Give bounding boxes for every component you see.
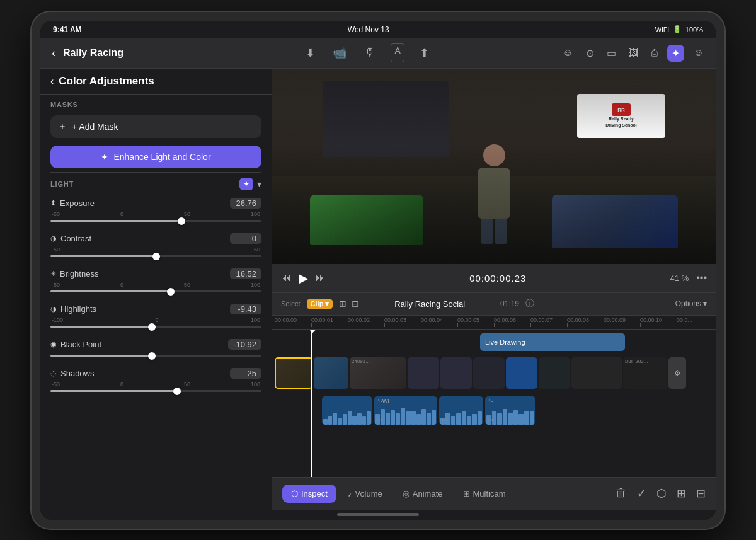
status-time: 9:41 AM	[53, 25, 82, 34]
brightness-row: ✳ Brightness 16.52 -50050100	[40, 263, 272, 299]
clip-label: Clip	[311, 300, 324, 307]
main-toolbar: ‹ Rally Racing ⬇ 📹 🎙 A ⬆ ☺ ⊙ ▭ 🖼 ⎙ ✦ ☺	[40, 38, 716, 69]
delete-button[interactable]: 🗑	[616, 486, 627, 500]
skip-forward-icon[interactable]: ⏭	[316, 272, 326, 284]
panel-back-button[interactable]: ‹	[50, 76, 54, 87]
tab-volume[interactable]: ♪ Volume	[339, 485, 391, 503]
tab-multicam[interactable]: ⊞ Multicam	[454, 485, 515, 503]
download-icon[interactable]: ⬇	[303, 43, 318, 62]
contrast-row: ◑ Contrast 0 -50050	[40, 228, 272, 263]
rect-icon[interactable]: ▭	[604, 45, 619, 61]
bottom-tabs: ⬡ Inspect ♪ Volume ◎ Animate ⊞	[282, 485, 515, 503]
checkmark-button[interactable]: ✓	[637, 486, 646, 500]
status-right: WiFi 🔋 100%	[655, 25, 703, 33]
title-clip[interactable]: Live Drawing	[480, 333, 625, 351]
shadows-value[interactable]: 25	[230, 368, 261, 379]
active-tool-icon[interactable]: ✦	[667, 45, 684, 62]
timeline-area[interactable]: Live Drawing	[272, 330, 716, 477]
inspect-label: Inspect	[301, 489, 328, 498]
audio-clip-4[interactable]: 1-...	[485, 396, 536, 425]
right-area: RR Rally ReadyDriving School ⏮ ▶ ⏭ 00:00…	[272, 69, 716, 510]
tab-inspect[interactable]: ⬡ Inspect	[282, 485, 336, 503]
home-bar[interactable]	[337, 513, 419, 516]
brightness-icon: ✳	[50, 270, 56, 278]
blackpoint-icon: ◉	[50, 340, 57, 348]
contrast-slider[interactable]	[50, 255, 261, 257]
frame-icon-2[interactable]: ⊟	[352, 299, 359, 309]
select-label: Select	[281, 300, 301, 307]
video-clip-6[interactable]	[473, 357, 505, 389]
zoom-level: 41 %	[670, 273, 689, 283]
camera-icon[interactable]: 📹	[330, 43, 349, 62]
share-icon[interactable]: ⬆	[417, 43, 432, 62]
video-clip-9[interactable]	[571, 357, 622, 389]
highlights-icon: ◑	[50, 305, 57, 313]
crop-button[interactable]: ⊞	[677, 486, 686, 500]
timecode-display: 00:00:00.23	[333, 273, 663, 284]
brightness-label: ✳ Brightness	[50, 269, 98, 279]
main-clips: 24091... D	[272, 355, 716, 393]
video-clip-7[interactable]	[506, 357, 537, 389]
tab-animate[interactable]: ◎ Animate	[394, 485, 452, 503]
shadows-slider[interactable]	[50, 390, 261, 392]
highlights-slider[interactable]	[50, 326, 261, 328]
playhead[interactable]	[311, 330, 312, 477]
bottom-toolbar: ⬡ Inspect ♪ Volume ◎ Animate ⊞	[272, 477, 716, 510]
light-expand-button[interactable]: ▾	[257, 179, 261, 189]
target-icon[interactable]: ⊙	[583, 45, 597, 61]
multicam-icon: ⊞	[463, 489, 470, 498]
home-indicator	[40, 510, 716, 520]
skip-back-icon[interactable]: ⏮	[281, 272, 291, 284]
magic-wand-button[interactable]: ✦	[239, 178, 253, 190]
video-clip-1[interactable]	[275, 357, 312, 389]
video-clip-3[interactable]: 24091...	[350, 357, 406, 389]
clip-dropdown-icon[interactable]: ▾	[325, 300, 329, 308]
frame-icon-1[interactable]: ⊞	[339, 299, 346, 309]
back-button[interactable]: ‹	[49, 44, 58, 62]
screen-icon[interactable]: ⎙	[648, 45, 661, 60]
video-clip-4[interactable]	[408, 357, 439, 389]
project-name: Rally Racing Social	[365, 299, 494, 309]
shadows-label: ◌ Shadows	[50, 369, 94, 378]
content-area: ‹ Color Adjustments MASKS ＋ + Add Mask ✦…	[40, 69, 716, 510]
video-clip-8[interactable]	[539, 357, 570, 389]
toolbar-center: ⬇ 📹 🎙 A ⬆	[180, 43, 554, 62]
audio-clips: ♪ 4 1-WL...	[275, 395, 713, 425]
emoji-icon[interactable]: ☺	[559, 45, 576, 60]
multicam-label: Multicam	[473, 489, 506, 498]
video-clip-2[interactable]	[314, 357, 348, 389]
inspect-icon: ⬡	[291, 489, 298, 498]
play-button[interactable]: ▶	[299, 270, 308, 285]
mic-icon[interactable]: 🎙	[362, 43, 378, 62]
action-icon[interactable]: A	[391, 43, 404, 62]
track-handle[interactable]: ⚙	[668, 357, 686, 389]
bottom-actions: 🗑 ✓ ⬡ ⊞ ⊟	[616, 486, 706, 500]
options-button[interactable]: Options ▾	[675, 299, 707, 308]
video-scene: RR Rally ReadyDriving School	[272, 69, 716, 264]
battery-icon: 🔋	[673, 25, 682, 33]
info-icon[interactable]: ⓘ	[525, 298, 534, 309]
photo-icon[interactable]: 🖼	[626, 45, 642, 60]
add-mask-button[interactable]: ＋ + Add Mask	[50, 115, 261, 138]
video-clip-5[interactable]	[440, 357, 472, 389]
contrast-value[interactable]: 0	[230, 233, 261, 244]
split-button[interactable]: ⬡	[656, 486, 667, 500]
brightness-value[interactable]: 16.52	[230, 268, 261, 279]
face-icon[interactable]: ☺	[690, 45, 707, 60]
blackpoint-value[interactable]: -10.92	[228, 339, 261, 350]
exposure-slider[interactable]	[50, 220, 261, 222]
plus-icon: ＋	[58, 121, 67, 132]
brightness-slider[interactable]	[50, 290, 261, 292]
exposure-value[interactable]: 26.76	[230, 198, 261, 209]
battery-level: 100%	[685, 26, 703, 33]
audio-clip-2[interactable]: 1-WL...	[374, 396, 437, 425]
audio-clip-1[interactable]: ♪ 4	[322, 396, 372, 425]
enhance-button[interactable]: ✦ Enhance Light and Color	[50, 146, 261, 168]
blackpoint-slider[interactable]	[50, 355, 261, 357]
layout-button[interactable]: ⊟	[696, 486, 706, 500]
highlights-value[interactable]: -9.43	[230, 304, 261, 314]
audio-clip-3[interactable]: ♪ 4	[439, 396, 483, 425]
more-options-button[interactable]: •••	[696, 272, 707, 284]
shadows-row: ◌ Shadows 25 -50050100	[40, 363, 272, 398]
video-clip-10[interactable]: DJI_202...	[623, 357, 667, 389]
